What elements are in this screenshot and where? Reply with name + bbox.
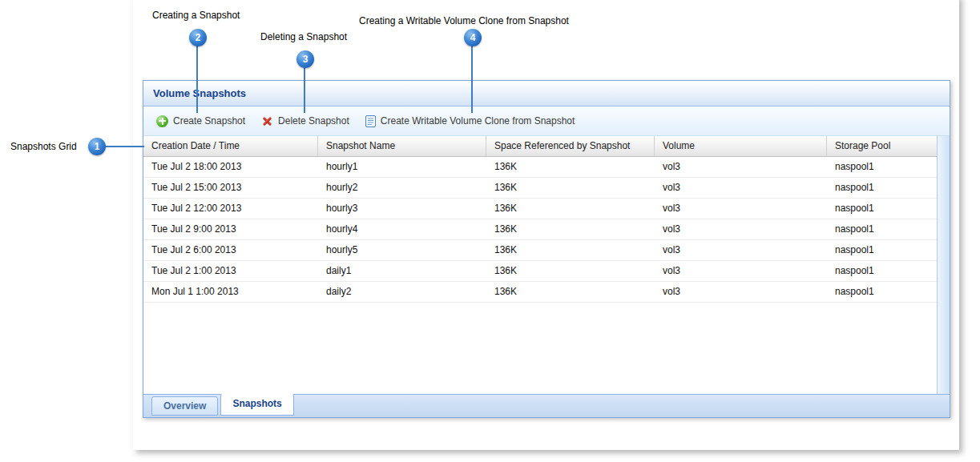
table-row[interactable]: Tue Jul 2 15:00 2013hourly2136Kvol3naspo… — [143, 178, 937, 199]
create-snapshot-label: Create Snapshot — [173, 115, 245, 127]
table-cell: hourly5 — [318, 240, 486, 260]
create-clone-label: Create Writable Volume Clone from Snapsh… — [381, 115, 575, 127]
table-cell: vol3 — [655, 219, 827, 239]
table-row[interactable]: Mon Jul 1 1:00 2013daily2136Kvol3naspool… — [143, 282, 937, 303]
callout-3-label: Deleting a Snapshot — [260, 31, 347, 42]
table-cell: hourly1 — [318, 157, 486, 177]
snapshots-grid: Creation Date / TimeSnapshot NameSpace R… — [143, 136, 937, 394]
table-cell: 136K — [486, 199, 655, 219]
table-row[interactable]: Tue Jul 2 12:00 2013hourly3136Kvol3naspo… — [143, 199, 937, 219]
table-cell: naspool1 — [827, 261, 937, 281]
table-cell: hourly4 — [318, 219, 486, 239]
tab-bar: Overview Snapshots — [143, 394, 950, 417]
table-cell: hourly2 — [318, 178, 486, 198]
toolbar: Create Snapshot Delete Snapshot Create W… — [143, 106, 950, 136]
table-cell: naspool1 — [827, 157, 937, 177]
tab-overview[interactable]: Overview — [151, 396, 218, 416]
grid-body: Tue Jul 2 18:00 2013hourly1136Kvol3naspo… — [143, 157, 937, 303]
callout-2-line — [196, 46, 198, 113]
column-header[interactable]: Creation Date / Time — [143, 136, 318, 156]
table-cell: 136K — [486, 219, 655, 239]
table-row[interactable]: Tue Jul 2 6:00 2013hourly5136Kvol3naspoo… — [143, 240, 937, 261]
grid-header-row: Creation Date / TimeSnapshot NameSpace R… — [143, 136, 937, 157]
table-cell: 136K — [486, 178, 655, 198]
table-cell: naspool1 — [827, 240, 937, 260]
table-cell: vol3 — [655, 157, 827, 177]
table-cell: vol3 — [655, 199, 827, 219]
column-header[interactable]: Storage Pool — [827, 136, 937, 156]
create-snapshot-button[interactable]: Create Snapshot — [148, 110, 253, 131]
callout-2-badge: 2 — [189, 29, 207, 46]
document-icon — [365, 115, 376, 127]
callout-4-line — [471, 46, 473, 113]
table-cell: vol3 — [655, 178, 827, 198]
table-cell: naspool1 — [827, 178, 937, 198]
table-cell: vol3 — [655, 240, 827, 260]
panel-title: Volume Snapshots — [153, 87, 246, 99]
table-cell: daily2 — [318, 282, 486, 302]
table-cell: 136K — [486, 261, 655, 281]
table-cell: 136K — [486, 282, 655, 302]
table-cell: Tue Jul 2 18:00 2013 — [143, 157, 318, 177]
table-cell: vol3 — [655, 261, 827, 281]
callout-2-label: Creating a Snapshot — [152, 10, 240, 21]
callout-4-label: Creating a Writable Volume Clone from Sn… — [359, 15, 569, 26]
table-cell: Mon Jul 1 1:00 2013 — [143, 282, 318, 302]
red-x-icon — [261, 115, 273, 127]
callout-3-line — [304, 67, 305, 113]
table-row[interactable]: Tue Jul 2 18:00 2013hourly1136Kvol3naspo… — [143, 157, 937, 178]
column-header[interactable]: Snapshot Name — [318, 136, 486, 156]
volume-snapshots-panel: Volume Snapshots Create Snapshot Delete … — [143, 80, 950, 418]
callout-4-badge: 4 — [464, 29, 482, 46]
delete-snapshot-label: Delete Snapshot — [278, 115, 349, 127]
table-row[interactable]: Tue Jul 2 9:00 2013hourly4136Kvol3naspoo… — [143, 219, 937, 240]
table-cell: naspool1 — [827, 282, 937, 302]
table-cell: naspool1 — [827, 219, 937, 239]
create-clone-button[interactable]: Create Writable Volume Clone from Snapsh… — [357, 110, 583, 131]
table-cell: daily1 — [318, 261, 486, 281]
table-cell: Tue Jul 2 1:00 2013 — [143, 261, 318, 281]
add-circle-icon — [156, 115, 168, 127]
callout-3-badge: 3 — [296, 50, 314, 68]
vertical-scrollbar[interactable] — [937, 136, 950, 394]
column-header[interactable]: Volume — [655, 136, 827, 156]
table-cell: Tue Jul 2 6:00 2013 — [143, 240, 318, 260]
table-cell: hourly3 — [318, 199, 486, 219]
callout-1-badge: 1 — [88, 138, 106, 155]
callout-1-label: Snapshots Grid — [10, 141, 77, 152]
delete-snapshot-button[interactable]: Delete Snapshot — [253, 110, 357, 131]
panel-header: Volume Snapshots — [143, 81, 950, 106]
table-cell: 136K — [486, 157, 655, 177]
table-cell: Tue Jul 2 9:00 2013 — [143, 219, 318, 239]
table-cell: vol3 — [655, 282, 827, 302]
table-cell: Tue Jul 2 12:00 2013 — [143, 199, 318, 219]
tab-snapshots[interactable]: Snapshots — [220, 394, 293, 416]
table-row[interactable]: Tue Jul 2 1:00 2013daily1136Kvol3naspool… — [143, 261, 937, 282]
table-cell: Tue Jul 2 15:00 2013 — [143, 178, 318, 198]
table-cell: 136K — [486, 240, 655, 260]
column-header[interactable]: Space Referenced by Snapshot — [486, 136, 655, 156]
table-cell: naspool1 — [827, 199, 937, 219]
